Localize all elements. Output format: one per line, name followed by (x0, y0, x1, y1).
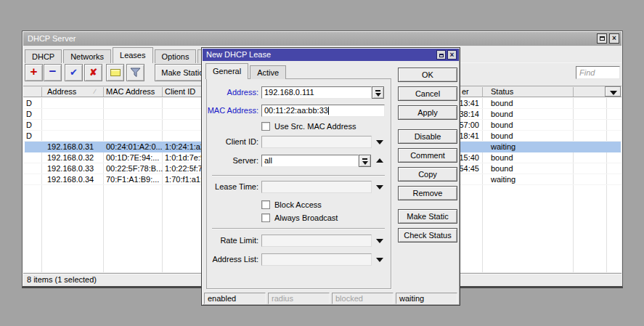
new-dhcp-lease-dialog: New DHCP Lease × GeneralActive Address: … (201, 47, 460, 306)
dialog-tab-general[interactable]: General (205, 63, 248, 79)
use-src-mac-label: Use Src. MAC Address (274, 122, 356, 131)
arrow-to-bar-icon (375, 90, 380, 91)
row-status: bound (491, 152, 513, 163)
tab-dhcp[interactable]: DHCP (25, 49, 62, 63)
disable-button[interactable]: ✘ (84, 64, 102, 81)
dialog-status-radius: radius (268, 293, 330, 304)
maximize-icon[interactable] (597, 33, 607, 44)
row-address: 192.168.0.34 (47, 174, 94, 185)
column-header-expires-after[interactable]: er (462, 86, 469, 97)
dialog-tab-active[interactable]: Active (250, 65, 286, 79)
column-header-client-id[interactable]: Client ID (165, 86, 195, 97)
row-address: 192.168.0.33 (47, 163, 94, 174)
server-label: Server: (202, 156, 258, 165)
row-client-id: 1:0:1d:7e:9 (165, 152, 205, 163)
row-mac-address: 00:24:01:A2:0... (106, 142, 163, 152)
lease-time-input[interactable] (261, 181, 372, 193)
row-flag: D (26, 120, 32, 131)
tab-networks[interactable]: Networks (63, 49, 111, 63)
chevron-down-icon (610, 91, 617, 95)
disable-icon: ✘ (89, 67, 97, 78)
address-list-input[interactable] (261, 253, 372, 266)
client-id-input[interactable] (261, 136, 372, 148)
column-header-mac-address[interactable]: MAC Address (106, 86, 155, 97)
dialog-status-waiting: waiting (396, 293, 457, 304)
column-header-address[interactable]: Address (47, 86, 76, 97)
row-mac-address: 00:1D:7E:94:... (106, 152, 159, 163)
row-status: bound (491, 131, 513, 142)
block-access-checkbox[interactable] (261, 200, 270, 209)
row-status: waiting (491, 174, 515, 185)
row-client-id: 1:0:24:1:a2 (165, 142, 205, 152)
dialog-close-icon[interactable]: × (447, 50, 457, 60)
comment-button[interactable] (106, 64, 124, 81)
filter-button[interactable] (126, 64, 144, 81)
client-id-label: Client ID: (202, 137, 258, 146)
dialog-button-remove[interactable]: Remove (398, 186, 457, 200)
dialog-button-cancel[interactable]: Cancel (398, 86, 457, 101)
find-input[interactable] (576, 66, 620, 79)
enable-button[interactable]: ✔ (65, 64, 83, 81)
address-input[interactable]: 192.168.0.111 (261, 86, 372, 99)
row-flag: D (26, 98, 32, 109)
remove-icon: − (49, 65, 57, 78)
comment-icon (110, 69, 121, 76)
desktop: { "window": { "title": "DHCP Server", "t… (0, 0, 644, 326)
block-access-label: Block Access (274, 200, 322, 210)
dialog-button-ok[interactable]: OK (398, 68, 457, 82)
separator (212, 175, 385, 176)
column-header-status[interactable]: Status (491, 86, 513, 97)
lease-time-label: Lease Time: (202, 182, 258, 191)
window-titlebar[interactable]: DHCP Server (23, 32, 621, 46)
always-broadcast-label: Always Broadcast (274, 213, 338, 223)
close-icon[interactable]: × (609, 33, 619, 44)
row-client-id: 1:0:22:5f:7 (165, 163, 203, 174)
dialog-tabstrip: GeneralActive (205, 63, 288, 79)
dialog-status-blocked: blocked (332, 293, 394, 304)
row-flag: D (26, 131, 32, 142)
dialog-title: New DHCP Lease (206, 50, 271, 59)
address-list-label: Address List: (202, 255, 258, 264)
add-icon: + (30, 65, 38, 78)
server-input[interactable]: all (261, 155, 359, 167)
row-mac-address: 70:F1:A1:B9:... (106, 174, 159, 185)
address-label: Address: (202, 88, 258, 97)
lease-time-dropdown-icon[interactable] (376, 185, 383, 190)
remove-button[interactable]: − (44, 64, 62, 81)
server-expand-button[interactable] (359, 155, 371, 167)
mac-address-input[interactable]: 00:11:22:aa:bb:33 (261, 105, 385, 117)
address-expand-button[interactable] (372, 86, 384, 99)
tab-leases[interactable]: Leases (113, 47, 152, 63)
row-status: waiting (491, 142, 515, 152)
filter-icon (130, 68, 141, 78)
dialog-button-copy[interactable]: Copy (398, 167, 457, 182)
use-src-mac-checkbox[interactable] (261, 122, 270, 131)
dialog-maximize-icon[interactable] (436, 50, 446, 60)
rate-limit-input[interactable] (261, 235, 372, 247)
item-count: 8 items (1 selected) (27, 275, 97, 284)
dialog-button-check-status[interactable]: Check Status (398, 228, 457, 243)
row-address: 192.168.0.31 (47, 142, 94, 152)
tab-options[interactable]: Options (155, 49, 197, 63)
server-collapse-icon[interactable] (376, 158, 383, 163)
dialog-button-make-static[interactable]: Make Static (398, 209, 457, 224)
always-broadcast-checkbox[interactable] (261, 213, 270, 222)
row-status: bound (491, 109, 513, 120)
dialog-button-disable[interactable]: Disable (398, 129, 457, 144)
dialog-button-apply[interactable]: Apply (398, 105, 457, 120)
separator (212, 228, 385, 229)
row-status: bound (491, 120, 513, 131)
address-list-dropdown-icon[interactable] (376, 258, 383, 262)
text-cursor (328, 107, 329, 115)
rate-limit-dropdown-icon[interactable] (376, 239, 383, 243)
row-status: bound (491, 98, 513, 109)
window-title: DHCP Server (28, 34, 76, 43)
dialog-titlebar[interactable]: New DHCP Lease (203, 49, 459, 61)
enable-icon: ✔ (70, 67, 78, 78)
row-client-id: 1:70:f1:a1: (165, 174, 203, 185)
column-select-button[interactable] (605, 86, 621, 97)
sort-ascending-icon: ∕ (94, 88, 96, 95)
client-id-dropdown-icon[interactable] (376, 140, 383, 144)
add-button[interactable]: + (25, 64, 43, 81)
dialog-button-comment[interactable]: Comment (398, 148, 457, 163)
